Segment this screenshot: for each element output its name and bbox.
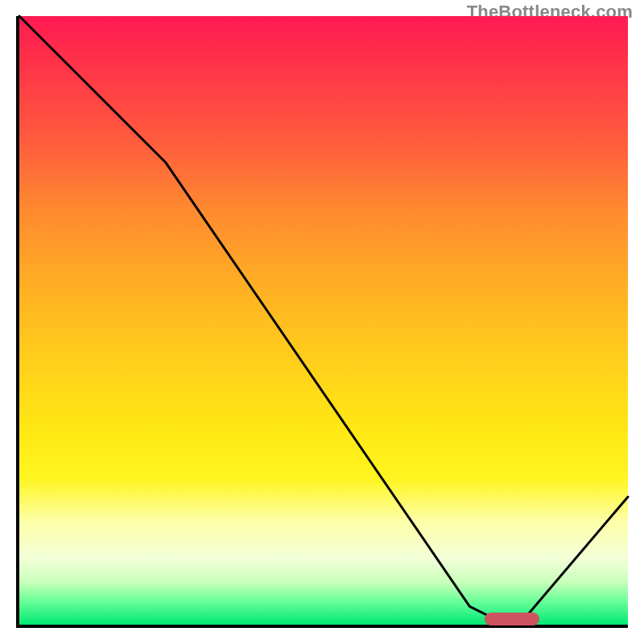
plot-area [16,16,628,628]
chart-container: TheBottleneck.com [0,0,644,644]
bottleneck-curve [19,16,628,625]
optimal-range-marker [485,613,539,625]
